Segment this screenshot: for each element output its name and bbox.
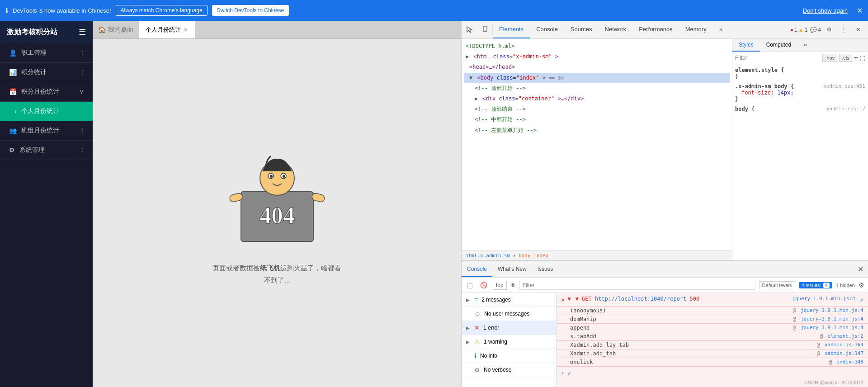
tab-close-button[interactable]: ✕ — [184, 27, 188, 33]
console-item-user-messages[interactable]: ☺ No user messages — [462, 307, 556, 321]
breadcrumb-body[interactable]: body.index — [519, 253, 548, 259]
console-close-button[interactable]: ✕ — [853, 262, 868, 276]
tab-styles[interactable]: Styles — [732, 39, 760, 52]
style-selector-body2: xadmin.css:17 body { — [735, 106, 865, 112]
stack-fn-3: s.tabAdd — [570, 333, 815, 340]
devtools-device-tool[interactable] — [478, 21, 492, 38]
style-force-icon[interactable]: ⬚ — [860, 55, 865, 61]
stack-loc-0[interactable]: jquery-1.9.1.min.js:4 — [801, 307, 863, 314]
settings-button[interactable]: ⚙ — [823, 24, 835, 35]
sidebar-header: 激励考核积分站 ☰ — [0, 21, 93, 43]
sidebar-item-staff[interactable]: 👤 职工管理 〈 — [0, 43, 93, 63]
tab-more[interactable]: » — [713, 21, 729, 38]
error-source[interactable]: jquery-1.9.1.min.js:4 — [792, 296, 855, 302]
style-source-451[interactable]: xadmin.css:451 — [823, 83, 865, 89]
user-messages-label: No user messages — [484, 311, 529, 317]
html-line-comment-middle-start[interactable]: <!-- 中部开始 --> — [464, 114, 730, 125]
stack-loc-3[interactable]: element.js:2 — [828, 333, 863, 340]
prompt-expand-icon[interactable]: ↗ — [567, 369, 571, 377]
more-options-button[interactable]: ⋮ — [837, 24, 850, 35]
console-prompt: › ↗ — [557, 367, 868, 379]
console-item-messages[interactable]: ▶ ≡ 2 messages — [462, 293, 556, 307]
stack-fn-4: Xadmin.add_lay_tab — [570, 342, 812, 348]
chevron-right-icon: 〈 — [78, 49, 84, 57]
system-icon: ⚙ — [9, 146, 15, 154]
style-selector-element: element.style { — [735, 67, 865, 73]
html-line-comment-menu-start[interactable]: <!-- 左侧菜单开始 --> — [464, 125, 730, 136]
tab-memory[interactable]: Memory — [679, 21, 713, 38]
stack-at-2: @ — [793, 325, 796, 331]
dont-show-button[interactable]: Don't show again — [803, 7, 848, 14]
pseudo-hov-button[interactable]: :hov — [822, 54, 837, 62]
tab-personal-monthly[interactable]: 个人月份统计 ✕ — [139, 21, 195, 38]
styles-content[interactable]: element.style { } xadmin.css:451 .x-admi… — [732, 64, 868, 260]
tab-issues[interactable]: Issues — [532, 261, 559, 277]
devtools-cursor-tool[interactable] — [462, 21, 478, 38]
html-line-comment-top-end[interactable]: <!-- 顶部结束 --> — [464, 104, 730, 114]
console-item-warning[interactable]: ▶ ⚠ 1 warning — [462, 335, 556, 349]
html-line-head[interactable]: <head>…</head> — [464, 62, 730, 72]
html-line-html[interactable]: ▶ <html class="x-admin-sm" > — [464, 52, 730, 62]
html-line-body[interactable]: ▼ <body class="index" > == $0 — [464, 73, 730, 83]
pseudo-cls-button[interactable]: .cls — [839, 54, 852, 62]
html-line-comment-top-start[interactable]: <!-- 顶部开始 --> — [464, 83, 730, 94]
issues-label: 4 Issues: — [802, 283, 821, 288]
error-url-link[interactable]: http://localhost:1040/report — [595, 296, 686, 302]
svg-marker-9 — [467, 27, 472, 33]
error-dot: ● — [790, 27, 793, 33]
style-source-17[interactable]: xadmin.css:17 — [826, 106, 865, 112]
main-layout: 激励考核积分站 ☰ 👤 职工管理 〈 📊 积分统计 〈 📅 积分月份统计 ∨ ›… — [0, 21, 868, 387]
top-context-selector[interactable]: top — [493, 281, 507, 290]
devtools-toolbar: Elements Console Sources Network Perform… — [462, 21, 868, 39]
html-line-container[interactable]: ▶ <div class="container" >…</div> — [464, 94, 730, 104]
tab-whats-new[interactable]: What's New — [492, 261, 532, 277]
console-sidebar-toggle[interactable]: ⬚ — [465, 281, 475, 290]
console-filter-input[interactable] — [519, 281, 755, 290]
tab-sources[interactable]: Sources — [564, 21, 599, 38]
tab-home[interactable]: 🏠 我的桌面 — [93, 22, 139, 38]
default-levels-selector[interactable]: Default levels — [759, 281, 795, 289]
switch-devtools-button[interactable]: Switch DevTools to Chinese — [212, 5, 289, 16]
sidebar-item-monthly-score[interactable]: 📅 积分月份统计 ∨ — [0, 82, 93, 102]
tab-computed[interactable]: Computed — [760, 39, 797, 52]
console-clear-button[interactable]: 🚫 — [478, 281, 489, 289]
stack-loc-1[interactable]: jquery-1.9.1.min.js:4 — [801, 316, 863, 322]
notification-close-button[interactable]: ✕ — [857, 6, 863, 15]
sidebar-item-team-monthly[interactable]: 👥 班组月份统计 〈 — [0, 121, 93, 141]
home-icon: 🏠 — [98, 26, 106, 33]
tab-elements[interactable]: Elements — [493, 21, 530, 38]
stack-row-onclick: onclick @ index:148 — [557, 358, 868, 367]
sidebar-item-score[interactable]: 📊 积分统计 〈 — [0, 63, 93, 82]
eye-icon[interactable]: 👁 — [510, 282, 516, 288]
console-settings-button[interactable]: ⚙ — [859, 282, 864, 289]
stack-fn-5: Xadmin.add_tab — [570, 350, 812, 357]
stack-loc-6[interactable]: index:148 — [836, 359, 863, 365]
devtools-close-button[interactable]: ✕ — [852, 24, 864, 35]
breadcrumb-html[interactable]: html.x-admin-sm — [465, 253, 510, 259]
match-language-button[interactable]: Always match Chrome's language — [116, 5, 208, 16]
console-item-verbose[interactable]: ⚙ No verbose — [462, 363, 556, 377]
tab-network[interactable]: Network — [599, 21, 633, 38]
styles-filter-input[interactable] — [735, 55, 821, 61]
stack-loc-2[interactable]: jquery-1.9.1.min.js:4 — [801, 325, 863, 331]
tab-console-top[interactable]: Console — [530, 21, 564, 38]
tab-console[interactable]: Console — [462, 261, 492, 277]
sidebar-item-personal-monthly[interactable]: › 个人月份统计 — [0, 102, 93, 121]
console-item-info[interactable]: ℹ No info — [462, 349, 556, 363]
svg-text:404: 404 — [259, 203, 295, 228]
sidebar-item-system[interactable]: ⚙ 系统管理 〈 — [0, 141, 93, 160]
page-404: 404 — [93, 39, 461, 387]
menu-icon[interactable]: ☰ — [79, 27, 86, 37]
tab-performance[interactable]: Performance — [632, 21, 679, 38]
console-item-error[interactable]: ▶ ✕ 1 error — [462, 321, 556, 335]
error-expand-icon[interactable]: ↗ — [860, 296, 863, 303]
add-rule-icon[interactable]: + — [854, 54, 858, 62]
issues-badge[interactable]: 4 Issues: 4 — [799, 282, 832, 288]
elements-html[interactable]: <!DOCTYPE html> ▶ <html class="x-admin-s… — [462, 39, 732, 250]
stack-loc-4[interactable]: xadmin.js:164 — [825, 342, 863, 348]
html-line-doctype[interactable]: <!DOCTYPE html> — [464, 41, 730, 52]
stack-loc-5[interactable]: xadmin.js:147 — [825, 350, 863, 357]
console-right-panel: ✕ ▼ ▼ GET http://localhost:1040/report 5… — [557, 293, 868, 387]
warning-label: 1 warning — [484, 339, 507, 345]
tab-styles-more[interactable]: » — [797, 39, 813, 52]
